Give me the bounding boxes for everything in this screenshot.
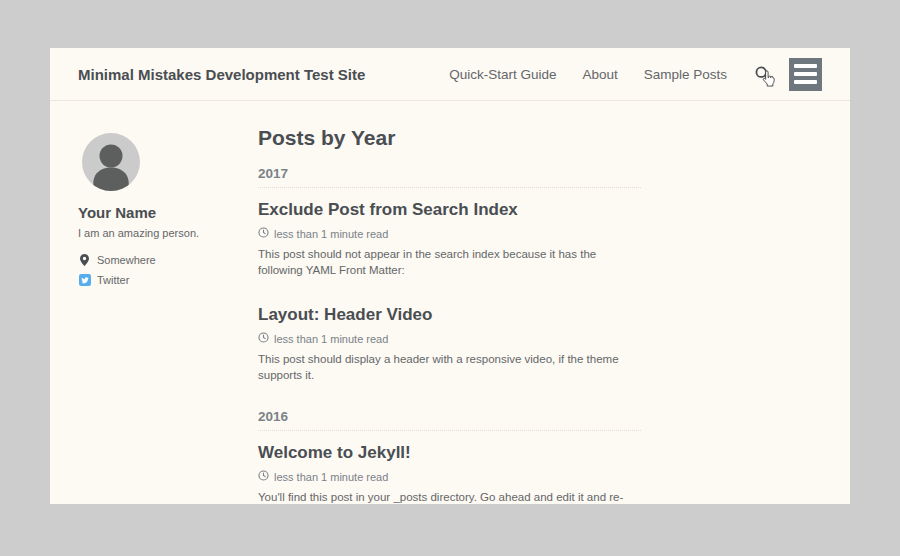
- read-time: less than 1 minute read: [274, 471, 388, 483]
- post-item: Exclude Post from Search Index less than…: [258, 199, 641, 278]
- post-title-link[interactable]: Exclude Post from Search Index: [258, 199, 641, 221]
- desktop-background: Minimal Mistakes Development Test Site Q…: [0, 0, 900, 556]
- archive-main: Posts by Year 2017 Exclude Post from Sea…: [258, 101, 641, 504]
- post-excerpt: This post should display a header with a…: [258, 351, 641, 383]
- author-link-label: Twitter: [97, 274, 129, 286]
- nav-item-quick-start-guide[interactable]: Quick-Start Guide: [449, 67, 556, 82]
- year-heading-2017: 2017: [258, 166, 641, 188]
- post-item: Layout: Header Video less than 1 minute …: [258, 304, 641, 383]
- location-pin-icon: [78, 254, 91, 266]
- post-meta: less than 1 minute read: [258, 332, 641, 345]
- post-meta: less than 1 minute read: [258, 227, 641, 240]
- search-button[interactable]: [754, 62, 774, 86]
- post-title-link[interactable]: Layout: Header Video: [258, 304, 641, 326]
- clock-icon: [258, 227, 269, 240]
- search-icon: [754, 65, 774, 83]
- author-links: Somewhere Twitter: [78, 254, 258, 286]
- read-time: less than 1 minute read: [274, 333, 388, 345]
- author-link-label: Somewhere: [97, 254, 156, 266]
- post-meta: less than 1 minute read: [258, 470, 641, 483]
- author-link-twitter[interactable]: Twitter: [78, 274, 258, 286]
- year-heading-2016: 2016: [258, 409, 641, 431]
- page-body: Your Name I am an amazing person. Somewh…: [50, 101, 850, 504]
- avatar: [82, 133, 140, 191]
- post-title-link[interactable]: Welcome to Jekyll!: [258, 442, 641, 464]
- post-excerpt: This post should not appear in the searc…: [258, 246, 641, 278]
- clock-icon: [258, 470, 269, 483]
- site-page: Minimal Mistakes Development Test Site Q…: [50, 48, 850, 504]
- author-sidebar: Your Name I am an amazing person. Somewh…: [78, 101, 258, 504]
- nav-item-about[interactable]: About: [582, 67, 617, 82]
- page-title: Posts by Year: [258, 125, 641, 151]
- site-title-link[interactable]: Minimal Mistakes Development Test Site: [78, 66, 365, 83]
- hamburger-menu-button[interactable]: [789, 58, 822, 91]
- read-time: less than 1 minute read: [274, 228, 388, 240]
- nav-item-sample-posts[interactable]: Sample Posts: [644, 67, 727, 82]
- masthead: Minimal Mistakes Development Test Site Q…: [50, 48, 850, 101]
- primary-nav: Quick-Start Guide About Sample Posts: [423, 58, 822, 91]
- post-item: Welcome to Jekyll! less than 1 minute re…: [258, 442, 641, 504]
- twitter-icon: [78, 274, 91, 286]
- author-link-location[interactable]: Somewhere: [78, 254, 258, 266]
- clock-icon: [258, 332, 269, 345]
- post-excerpt: You'll find this post in your _posts dir…: [258, 489, 641, 504]
- author-name: Your Name: [78, 204, 258, 221]
- author-bio: I am an amazing person.: [78, 227, 258, 239]
